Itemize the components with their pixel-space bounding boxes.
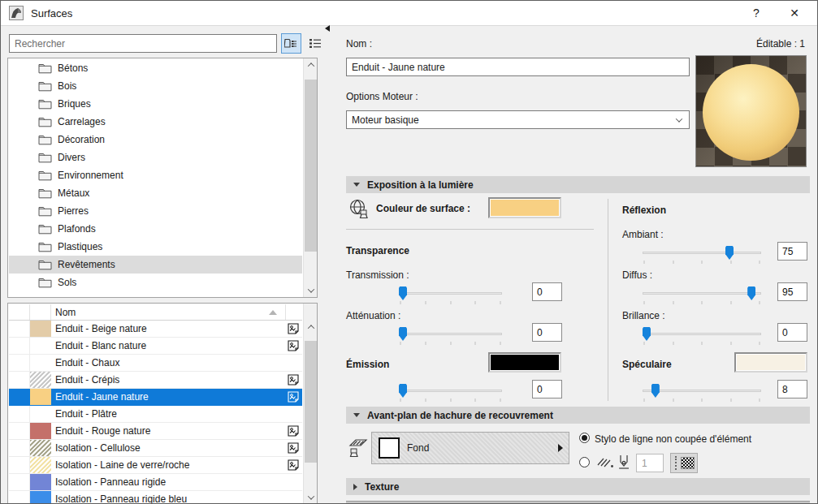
search-input[interactable] (9, 34, 277, 53)
folder-row[interactable]: Bois (9, 77, 302, 95)
panel-collapse-icon[interactable] (325, 25, 330, 32)
diffuse-slider[interactable] (643, 285, 761, 306)
surface-row[interactable]: Enduit - Rouge nature (9, 423, 302, 440)
surface-color-icon (348, 198, 370, 220)
transmission-label: Transmission : (346, 269, 409, 281)
section-light-exposure[interactable]: Exposition à la lumière (346, 176, 810, 193)
surface-row[interactable]: Enduit - Blanc nature (9, 338, 302, 355)
surface-list-header[interactable]: Nom (9, 304, 302, 321)
shininess-label: Brillance : (622, 310, 665, 321)
specular-color-swatch[interactable] (734, 352, 807, 373)
folder-row[interactable]: Revêtements (9, 256, 302, 274)
reflection-title: Réflexion (622, 205, 666, 216)
emission-value[interactable] (532, 380, 562, 398)
folder-row[interactable]: Décoration (9, 131, 302, 149)
folder-row[interactable]: Bétons (9, 59, 302, 77)
list-scrollbar[interactable] (303, 304, 317, 504)
surface-swatch (30, 406, 51, 422)
scroll-up-icon[interactable] (304, 58, 318, 71)
name-label: Nom : (346, 38, 372, 50)
folder-icon (38, 80, 52, 92)
folder-row[interactable]: Plastiques (9, 238, 302, 256)
chevron-down-icon (676, 115, 682, 122)
transmission-value[interactable] (532, 282, 562, 301)
list-view-button[interactable] (305, 33, 325, 54)
surface-color-swatch[interactable] (488, 197, 561, 218)
shininess-slider[interactable] (643, 325, 761, 347)
custom-pen-radio[interactable] (579, 457, 590, 467)
folder-icon (38, 62, 52, 74)
surface-swatch (30, 321, 51, 337)
surface-rows: Enduit - Beige nature Enduit - Blanc nat… (9, 321, 302, 504)
folder-row[interactable]: Pierres (9, 202, 302, 220)
ambient-label: Ambiant : (622, 229, 664, 240)
folder-row[interactable]: Sols (9, 274, 302, 291)
surface-row[interactable]: Isolation - Laine de verre/roche (9, 457, 302, 474)
pen-number-input[interactable] (636, 454, 664, 472)
surface-row[interactable]: Enduit - Chaux (9, 355, 302, 372)
emission-color-swatch[interactable] (488, 352, 561, 373)
folder-row[interactable]: Carrelages (9, 113, 302, 131)
list-scrollbar-thumb[interactable] (305, 341, 317, 463)
attenuation-value[interactable] (532, 323, 562, 342)
folder-row[interactable]: Plafonds (9, 220, 302, 238)
pattern-swatch-icon (681, 457, 695, 469)
scroll-down-icon[interactable] (304, 491, 318, 504)
folder-icon (38, 98, 52, 110)
divider (346, 229, 594, 230)
scroll-up-icon[interactable] (304, 321, 318, 334)
surface-row[interactable]: Isolation - Panneau rigide (9, 474, 302, 491)
texture-icon (288, 442, 299, 454)
pen-pattern-button[interactable] (670, 453, 698, 473)
uncut-pen-radio-label: Stylo de ligne non coupée d'élément (595, 433, 751, 445)
folder-row[interactable]: Briques (9, 95, 302, 113)
specular-slider[interactable] (643, 382, 761, 403)
uncut-pen-radio[interactable] (579, 433, 590, 443)
folder-row[interactable]: Environnement (9, 166, 302, 184)
section-cover-fill[interactable]: Avant-plan de hachure de recouvrement (346, 407, 810, 424)
fill-select-button[interactable]: Fond (371, 432, 569, 464)
help-button[interactable]: ? (740, 1, 773, 25)
texture-icon (288, 374, 299, 386)
transmission-slider[interactable] (399, 285, 502, 306)
folder-row[interactable]: Métaux (9, 184, 302, 202)
header-col-swatch (30, 304, 51, 320)
close-button[interactable]: ✕ (778, 1, 811, 25)
shininess-value[interactable] (777, 323, 807, 342)
specular-value[interactable] (777, 380, 807, 398)
transparency-title: Transparence (346, 245, 409, 256)
diffuse-value[interactable] (777, 282, 807, 301)
tree-view-button[interactable] (281, 33, 301, 54)
tree-scrollbar[interactable] (303, 58, 317, 297)
folder-row[interactable]: Divers (9, 149, 302, 166)
surface-name-input[interactable] (346, 58, 690, 76)
surface-color-label: Couleur de surface : (376, 203, 470, 214)
header-col-indicator (9, 304, 30, 320)
tree-scrollbar-thumb[interactable] (305, 80, 317, 252)
folder-icon (38, 187, 52, 199)
list-view-icon (309, 38, 322, 49)
texture-icon (288, 391, 299, 403)
emission-slider[interactable] (399, 382, 502, 403)
hatch-lines-icon (596, 455, 614, 469)
title-bar[interactable]: Surfaces ? ✕ (1, 1, 817, 26)
ambient-slider[interactable] (643, 244, 761, 265)
specular-title: Spéculaire (622, 359, 672, 370)
header-col-name[interactable]: Nom (51, 304, 286, 320)
scroll-down-icon[interactable] (304, 284, 318, 297)
surface-row[interactable]: Enduit - Beige nature (9, 321, 302, 338)
surface-list-panel: Nom Enduit - Beige nature Enduit - Blanc… (7, 303, 318, 504)
surface-row[interactable]: Isolation - Cellulose (9, 440, 302, 457)
surface-row[interactable]: Enduit - Plâtre (9, 406, 302, 423)
header-col-texture (286, 304, 302, 320)
folder-icon (38, 134, 52, 145)
window-title: Surfaces (31, 7, 72, 19)
surface-row[interactable]: Enduit - Crépis (9, 372, 302, 389)
engine-dropdown[interactable]: Moteur basique (346, 110, 690, 129)
fill-swatch (379, 437, 400, 459)
surface-row[interactable]: Enduit - Jaune nature (9, 389, 302, 406)
section-texture[interactable]: Texture (346, 478, 810, 495)
attenuation-slider[interactable] (399, 325, 502, 347)
surface-row[interactable]: Isolation - Panneau rigide bleu (9, 491, 302, 504)
ambient-value[interactable] (777, 242, 807, 261)
